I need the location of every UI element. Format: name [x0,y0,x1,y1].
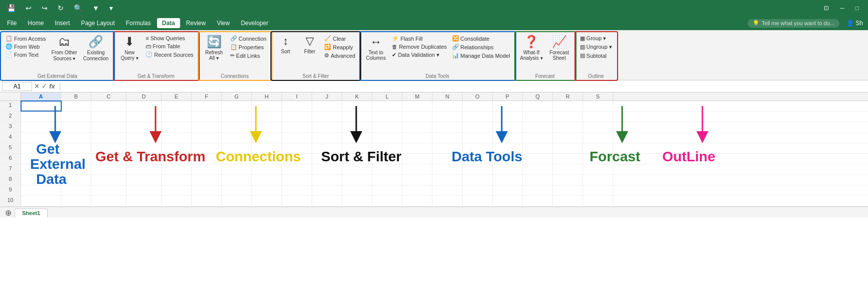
cell-S7[interactable] [583,164,613,174]
cell-E8[interactable] [162,175,192,185]
cell-F5[interactable] [192,143,222,153]
from-other-sources-button[interactable]: 🗂 From OtherSources ▾ [50,34,79,63]
cell-H4[interactable] [252,133,282,143]
cell-P5[interactable] [493,143,523,153]
cell-R3[interactable] [553,122,583,132]
menu-review[interactable]: Review [181,18,211,28]
restore-btn[interactable]: ⊡ [819,4,834,13]
cell-C3[interactable] [91,122,126,132]
cell-J4[interactable] [312,133,342,143]
cell-R8[interactable] [553,175,583,185]
col-header-p[interactable]: P [493,92,523,100]
cell-N9[interactable] [432,185,463,195]
row-num-5[interactable]: 5 [0,143,21,153]
row-num-8[interactable]: 8 [0,175,21,185]
cell-D10[interactable] [126,196,162,206]
col-header-q[interactable]: Q [523,92,553,100]
cell-E6[interactable] [162,154,192,164]
cell-R10[interactable] [553,196,583,206]
cell-S9[interactable] [583,185,613,195]
cell-K5[interactable] [342,143,372,153]
menu-page-layout[interactable]: Page Layout [76,18,119,28]
what-if-analysis-button[interactable]: ❓ What-IfAnalysis ▾ [518,34,545,62]
col-header-o[interactable]: O [463,92,493,100]
cell-D2[interactable] [126,112,162,122]
cell-H5[interactable] [252,143,282,153]
col-header-r[interactable]: R [553,92,583,100]
minimize-btn[interactable]: ─ [835,4,849,13]
cell-M10[interactable] [402,196,432,206]
cell-P10[interactable] [493,196,523,206]
cell-E3[interactable] [162,122,192,132]
cell-C6[interactable] [91,154,126,164]
sort-button[interactable]: ↕ Sort [274,34,297,55]
subtotal-button[interactable]: ▤ Subtotal [578,52,614,59]
col-header-d[interactable]: D [126,92,162,100]
row-num-7[interactable]: 7 [0,164,21,174]
from-table-button[interactable]: 🗃 From Table [144,43,195,50]
cell-G6[interactable] [222,154,252,164]
repeat-icon[interactable]: ↻ [55,3,67,13]
cell-H7[interactable] [252,164,282,174]
cell-I3[interactable] [282,122,312,132]
cell-F8[interactable] [192,175,222,185]
cell-A4[interactable] [21,133,61,143]
cell-E10[interactable] [162,196,192,206]
cell-P7[interactable] [493,164,523,174]
col-header-i[interactable]: I [282,92,312,100]
cell-H2[interactable] [252,112,282,122]
cell-A9[interactable] [21,185,61,195]
reapply-button[interactable]: 🔁 Reapply [323,43,357,51]
ungroup-button[interactable]: ▧ Ungroup ▾ [578,43,614,51]
cell-F2[interactable] [192,112,222,122]
cell-K10[interactable] [342,196,372,206]
cell-C7[interactable] [91,164,126,174]
cell-S2[interactable] [583,112,613,122]
cell-Q2[interactable] [523,112,553,122]
cell-H3[interactable] [252,122,282,132]
cell-M7[interactable] [402,164,432,174]
preview-icon[interactable]: 🔍 [71,3,85,13]
cell-R6[interactable] [553,154,583,164]
cell-P6[interactable] [493,154,523,164]
cell-D9[interactable] [126,185,162,195]
cell-G9[interactable] [222,185,252,195]
cell-H8[interactable] [252,175,282,185]
cell-S6[interactable] [583,154,613,164]
cell-I5[interactable] [282,143,312,153]
cell-I6[interactable] [282,154,312,164]
cell-H10[interactable] [252,196,282,206]
cell-D3[interactable] [126,122,162,132]
advanced-button[interactable]: ⚙ Advanced [323,52,357,59]
add-sheet-btn[interactable]: ⊕ [2,208,15,218]
cell-L3[interactable] [372,122,402,132]
from-access-button[interactable]: 📋 From Access [4,35,48,42]
cell-L8[interactable] [372,175,402,185]
cell-O3[interactable] [463,122,493,132]
relationships-button[interactable]: 🔗 Relationships [451,43,512,51]
cell-K3[interactable] [342,122,372,132]
cell-R5[interactable] [553,143,583,153]
cell-E9[interactable] [162,185,192,195]
from-web-button[interactable]: 🌐 From Web [4,43,48,50]
cell-K8[interactable] [342,175,372,185]
cell-J8[interactable] [312,175,342,185]
cell-D5[interactable] [126,143,162,153]
manage-data-model-button[interactable]: 📊 Manage Data Model [451,52,512,59]
cell-J2[interactable] [312,112,342,122]
cell-J7[interactable] [312,164,342,174]
menu-view[interactable]: View [212,18,235,28]
cell-F9[interactable] [192,185,222,195]
cell-H6[interactable] [252,154,282,164]
cell-O6[interactable] [463,154,493,164]
undo-icon[interactable]: ↩ [23,3,35,13]
cell-L7[interactable] [372,164,402,174]
col-header-h[interactable]: H [252,92,282,100]
from-text-button[interactable]: 📄 From Text [4,51,48,58]
connection-button[interactable]: 🔗 Connection [229,35,268,42]
menu-file[interactable]: File [2,18,22,28]
cell-K7[interactable] [342,164,372,174]
cell-S3[interactable] [583,122,613,132]
cell-G5[interactable] [222,143,252,153]
cell-A6[interactable] [21,154,61,164]
